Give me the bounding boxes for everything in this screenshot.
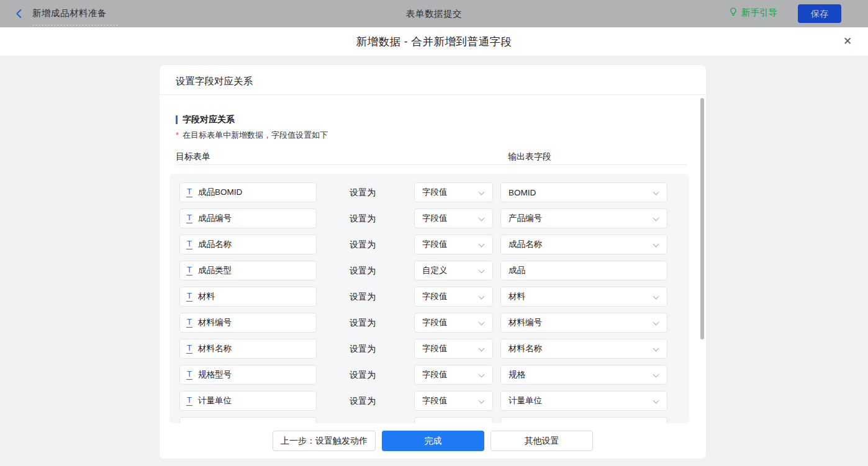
target-field-label: 成品名称 [198,239,232,250]
value-control[interactable]: 产品编号 [500,208,667,228]
field-mapping-row: T 成品名称 设置为 字段值 成品名称 [170,235,689,254]
finish-button[interactable]: 完成 [382,431,484,451]
set-as-label: 设置为 [350,292,376,303]
text-field-icon: T [186,396,192,406]
save-button[interactable]: 保存 [798,4,841,23]
mode-select[interactable]: 字段值 [414,365,493,385]
chevron-down-icon [479,346,485,352]
divider [176,164,687,165]
value-control[interactable]: 成品 [500,261,667,280]
target-field-label: 规格型号 [198,369,232,380]
modal-body: 设置字段对应关系 字段对应关系 *在目标表单中新增数据，字段值设置如下 目标表单… [0,56,868,466]
chevron-down-icon [479,267,485,274]
value-text: 产品编号 [509,213,542,224]
card-title: 设置字段对应关系 [176,75,253,88]
section-header: 字段对应关系 [176,114,235,125]
mode-select[interactable]: 自定义 [414,261,493,280]
mode-select[interactable]: 字段值 [414,182,493,202]
column-header-output-fields: 输出表字段 [508,151,551,163]
card-footer: 上一步：设置触发动作 完成 其他设置 [160,423,706,459]
target-field-label: 成品编号 [198,213,232,224]
lightbulb-icon [728,7,738,19]
target-field-box[interactable]: T 成品名称 [179,235,317,254]
column-header-target-form: 目标表单 [176,151,210,163]
value-text: 成品名称 [509,239,542,250]
mode-value: 字段值 [422,239,448,250]
other-settings-button[interactable]: 其他设置 [491,431,593,451]
target-field-box[interactable]: T 规格型号 [179,365,317,385]
mode-value: 字段值 [422,317,448,328]
section-accent-bar [176,115,178,124]
target-field-box[interactable]: T 成品类型 [179,261,317,280]
field-mapping-row: T 材料编号 设置为 字段值 材料编号 [170,313,689,333]
target-field-box[interactable]: T 计量单位 [179,391,317,411]
set-as-label: 设置为 [350,370,376,381]
chevron-down-icon [653,320,659,326]
value-control[interactable]: 规格 [500,365,667,385]
field-mapping-row: T 材料名称 设置为 字段值 材料名称 [170,339,689,359]
text-field-icon: T [186,370,192,380]
value-text: BOMID [509,188,536,197]
text-field-icon: T [186,213,192,223]
value-control[interactable]: 材料编号 [500,313,667,333]
set-as-label: 设置为 [350,266,376,277]
value-text: 材料编号 [509,317,542,328]
value-text: 材料 [509,291,525,302]
field-mapping-card: 设置字段对应关系 字段对应关系 *在目标表单中新增数据，字段值设置如下 目标表单… [160,65,706,459]
target-field-label: 材料名称 [198,343,232,354]
target-field-label: 材料编号 [198,317,232,328]
value-control[interactable]: 计量单位 [500,391,667,411]
divider [160,94,706,95]
text-field-icon: T [186,318,192,328]
set-as-label: 设置为 [350,318,376,329]
mode-select[interactable]: 字段值 [414,235,493,254]
close-icon[interactable]: ✕ [841,35,854,48]
field-mapping-row: T 成品类型 设置为 自定义 成品 [170,261,689,280]
top-app-bar: 新增成品材料准备 表单数据提交 新手引导 保存 [0,0,868,27]
beginner-guide-button[interactable]: 新手引导 [728,7,777,19]
chevron-down-icon [479,372,485,378]
set-as-label: 设置为 [350,213,376,225]
chevron-down-icon [653,241,659,248]
target-field-box[interactable]: T [179,417,317,423]
target-field-box[interactable]: T 材料名称 [179,339,317,359]
chevron-down-icon [653,189,659,195]
mode-select[interactable]: 字段值 [414,391,493,411]
chevron-down-icon [653,215,659,222]
target-field-box[interactable]: T 成品BOMID [179,182,317,202]
value-control[interactable]: 材料名称 [500,339,667,359]
value-control[interactable]: BOMID [500,182,667,202]
value-text: 规格 [509,369,525,380]
target-field-label: 材料 [198,291,215,302]
target-field-box[interactable]: T 材料 [179,287,317,307]
mode-value: 字段值 [422,213,448,224]
text-field-icon: T [186,240,192,249]
required-asterisk: * [176,130,179,140]
value-control[interactable] [500,417,667,423]
value-control[interactable]: 成品名称 [500,235,667,254]
mode-select[interactable]: 字段值 [414,208,493,228]
value-text: 计量单位 [509,395,542,406]
mode-value: 字段值 [422,187,448,198]
set-as-label: 设置为 [350,344,376,355]
target-field-box[interactable]: T 成品编号 [179,208,317,228]
modal-title: 新增数据 - 合并新增到普通字段 [0,34,868,49]
chevron-down-icon [479,215,485,222]
mode-value: 字段值 [422,343,448,354]
target-field-box[interactable]: T 材料编号 [179,313,317,333]
vertical-scrollbar-thumb[interactable] [700,98,704,339]
value-control[interactable]: 材料 [500,287,667,307]
set-as-label: 设置为 [350,187,376,199]
mode-value: 自定义 [422,265,448,276]
mode-select[interactable]: 字段值 [414,339,493,359]
chevron-down-icon [479,189,485,195]
chevron-down-icon [479,293,485,300]
mode-select[interactable]: 字段值 [414,287,493,307]
mode-select[interactable] [414,417,493,423]
previous-step-button[interactable]: 上一步：设置触发动作 [273,431,376,451]
field-mapping-rows-panel: T 成品BOMID 设置为 字段值 BOMID T 成品编号 设置为 字段值 产… [170,174,689,423]
set-as-label: 设置为 [350,396,376,407]
mode-select[interactable]: 字段值 [414,313,493,333]
beginner-guide-label: 新手引导 [741,7,777,19]
chevron-down-icon [653,398,659,404]
